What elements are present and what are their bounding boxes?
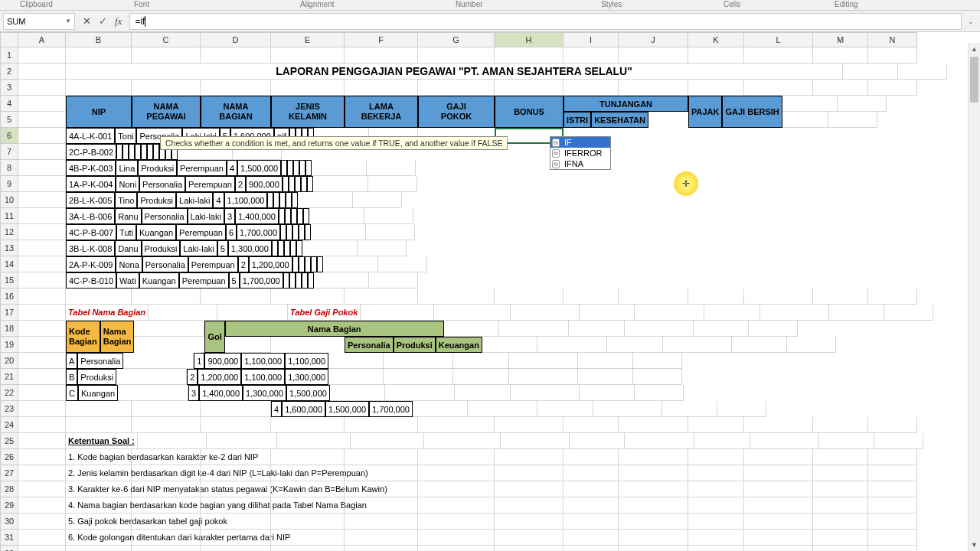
cell[interactable]: 1,400,000	[199, 385, 243, 401]
cell[interactable]	[424, 433, 501, 449]
cell[interactable]	[688, 530, 744, 546]
cell[interactable]: 1A-P-K-004	[66, 176, 116, 192]
cell[interactable]: GAJI BERSIH	[722, 96, 782, 128]
cell[interactable]	[18, 208, 66, 224]
cell[interactable]	[501, 433, 570, 449]
cell[interactable]	[717, 401, 766, 417]
namebox-dropdown-icon[interactable]: ▼	[65, 18, 71, 24]
cell[interactable]	[688, 47, 744, 64]
row-header[interactable]: 10	[0, 192, 18, 208]
cell[interactable]: PAJAK	[688, 96, 722, 128]
cell[interactable]: 1,300,000	[243, 385, 286, 401]
cell[interactable]	[868, 417, 917, 433]
cell[interactable]	[345, 449, 418, 465]
cell[interactable]	[688, 80, 744, 96]
cell[interactable]	[413, 401, 468, 417]
cell[interactable]	[619, 465, 688, 481]
cell[interactable]	[868, 530, 917, 546]
autocomplete-item[interactable]: IFNA	[550, 158, 610, 169]
cell[interactable]	[619, 417, 688, 433]
cell[interactable]: Nama Bagian	[225, 321, 444, 337]
cell[interactable]	[663, 337, 732, 353]
cell[interactable]	[293, 160, 299, 176]
row-header[interactable]: 21	[0, 369, 18, 385]
cell[interactable]	[18, 417, 66, 433]
cell[interactable]	[279, 208, 285, 224]
cell[interactable]	[744, 289, 813, 305]
row-header[interactable]: 18	[0, 321, 18, 337]
cell[interactable]: KodeBagian	[66, 321, 100, 353]
cell[interactable]: 1,700,000	[237, 224, 280, 240]
cell[interactable]	[868, 546, 917, 551]
cell[interactable]	[361, 305, 434, 321]
col-header[interactable]: B	[66, 32, 132, 47]
col-header[interactable]: H	[495, 32, 564, 47]
row-header[interactable]: 5	[0, 112, 18, 128]
col-header[interactable]: D	[201, 32, 271, 47]
cell[interactable]: JENISKELAMIN	[271, 96, 345, 128]
cell[interactable]	[271, 530, 345, 546]
cell[interactable]	[345, 481, 418, 497]
enter-formula-icon[interactable]: ✓	[99, 15, 107, 27]
cell[interactable]	[418, 497, 495, 514]
cell[interactable]: NAMAPEGAWAI	[132, 96, 201, 128]
cell[interactable]: 2C-P-B-002	[66, 144, 116, 160]
cell[interactable]	[619, 449, 688, 465]
cell[interactable]	[153, 144, 159, 160]
cell[interactable]: ISTRI	[564, 112, 591, 128]
cell[interactable]	[66, 401, 132, 417]
cell[interactable]: Danu	[115, 240, 141, 256]
cell[interactable]	[285, 208, 291, 224]
cell[interactable]	[385, 385, 455, 401]
cell[interactable]	[290, 240, 296, 256]
cell[interactable]: Perempuan	[179, 272, 229, 289]
cell[interactable]	[625, 321, 694, 337]
cell[interactable]: Tabel Nama Bagian	[66, 305, 149, 321]
cell[interactable]	[271, 514, 345, 530]
cell[interactable]	[378, 256, 427, 272]
cell[interactable]	[732, 337, 787, 353]
cell[interactable]	[564, 530, 619, 546]
cell[interactable]	[132, 289, 201, 305]
col-header[interactable]: A	[18, 32, 66, 47]
cell[interactable]: 1,700,000	[240, 272, 283, 289]
cell[interactable]	[277, 433, 351, 449]
cell[interactable]: Kuangan	[78, 385, 118, 401]
cell[interactable]	[353, 192, 402, 208]
cell[interactable]	[271, 465, 345, 481]
cell[interactable]	[578, 369, 633, 385]
cell[interactable]: TUNJANGAN	[564, 96, 688, 112]
col-header[interactable]: K	[688, 32, 744, 47]
cell[interactable]	[138, 433, 207, 449]
cell[interactable]: Personalia	[142, 256, 188, 272]
cell[interactable]	[564, 80, 619, 96]
cell[interactable]	[495, 546, 564, 551]
cell[interactable]	[688, 417, 744, 433]
cell[interactable]	[418, 481, 495, 497]
cell[interactable]	[368, 176, 417, 192]
cell[interactable]: NamaBagian	[100, 321, 135, 353]
row-header[interactable]: 25	[0, 433, 18, 449]
cell[interactable]	[564, 497, 619, 514]
cell[interactable]	[18, 80, 66, 96]
cell[interactable]: 4	[213, 192, 224, 208]
cell[interactable]	[619, 289, 688, 305]
cell[interactable]: 3	[188, 385, 199, 401]
cell[interactable]	[418, 530, 495, 546]
cell[interactable]	[537, 401, 593, 417]
cell[interactable]	[132, 514, 201, 530]
cell[interactable]	[345, 47, 418, 64]
cell[interactable]: A	[66, 353, 77, 369]
cell[interactable]	[868, 465, 917, 481]
cell[interactable]	[289, 176, 295, 192]
cell[interactable]	[317, 256, 323, 272]
cell[interactable]	[843, 64, 898, 80]
cell[interactable]: Tabel Gaji Pokok	[288, 305, 361, 321]
cell[interactable]: 1,600,000	[282, 401, 325, 417]
formula-bar-expand-icon[interactable]: ⌄	[965, 18, 977, 25]
cell[interactable]	[284, 240, 290, 256]
cell[interactable]: Ketentuan Soal :	[66, 433, 138, 449]
cell[interactable]: Noni	[116, 176, 139, 192]
cell[interactable]	[495, 514, 564, 530]
cell[interactable]	[281, 160, 287, 176]
